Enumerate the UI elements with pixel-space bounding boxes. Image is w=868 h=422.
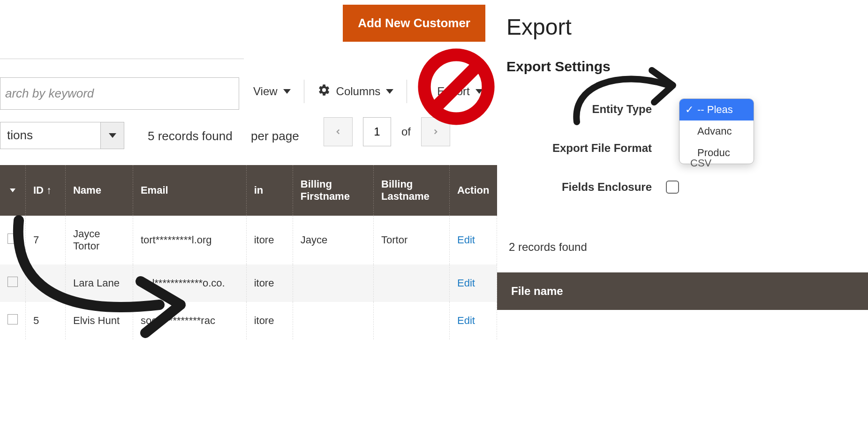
entity-type-select[interactable]: -- Pleas Advanc Produc xyxy=(679,98,754,164)
row-checkbox[interactable] xyxy=(8,314,18,324)
header-billing-lastname[interactable]: BillingLastname xyxy=(374,165,450,216)
next-page-button[interactable] xyxy=(421,117,450,146)
gear-icon xyxy=(317,83,331,99)
caret-down-icon xyxy=(476,89,483,94)
actions-label: tions xyxy=(0,122,100,149)
page-of-label: of xyxy=(401,125,411,138)
cell-name: Jayce Tortor xyxy=(65,216,133,264)
cell-bln xyxy=(374,302,450,339)
header-email[interactable]: Email xyxy=(133,165,246,216)
cell-in: itore xyxy=(246,264,293,302)
columns-label: Columns xyxy=(336,85,381,98)
view-control[interactable]: View xyxy=(253,85,291,98)
header-action: Action xyxy=(449,165,497,216)
right-records-found: 2 records found xyxy=(509,241,868,254)
columns-control[interactable]: Columns xyxy=(317,83,394,99)
cell-id: 5 xyxy=(26,302,66,339)
edit-link[interactable]: Edit xyxy=(457,315,475,326)
export-settings-heading: Export Settings xyxy=(506,59,868,75)
header-divider xyxy=(0,59,244,59)
cell-id: 6 xyxy=(26,264,66,302)
cell-bfn xyxy=(293,264,373,302)
table-row: 6 Lara Lane et.l************o.co. itore … xyxy=(0,264,497,302)
edit-link[interactable]: Edit xyxy=(457,277,475,289)
caret-down-icon xyxy=(386,89,393,94)
cell-name: Elvis Hunt xyxy=(65,302,133,339)
cell-in: itore xyxy=(246,302,293,339)
header-billing-firstname[interactable]: BillingFirstname xyxy=(293,165,373,216)
export-title: Export xyxy=(506,14,868,40)
table-row: 5 Elvis Hunt soc***********rac itore Edi… xyxy=(0,302,497,339)
fields-enclosure-checkbox[interactable] xyxy=(666,181,679,194)
cell-in: itore xyxy=(246,216,293,264)
separator xyxy=(407,80,407,103)
entity-type-label: Entity Type xyxy=(506,103,666,116)
customer-table: ID↑ Name Email in BillingFirstname Billi… xyxy=(0,165,497,339)
actions-dropdown[interactable]: tions xyxy=(0,122,124,149)
entity-option-placeholder[interactable]: -- Pleas xyxy=(679,99,754,121)
cell-bfn: Jayce xyxy=(293,216,373,264)
prev-page-button[interactable] xyxy=(324,117,353,146)
row-checkbox[interactable] xyxy=(8,234,18,244)
actions-arrow xyxy=(100,122,124,149)
table-row: 7 Jayce Tortor tort*********l.org itore … xyxy=(0,216,497,264)
search-input[interactable]: arch by keyword xyxy=(0,77,239,110)
entity-option-advanced[interactable]: Advanc xyxy=(679,121,754,142)
cell-bfn xyxy=(293,302,373,339)
records-found-label: 5 records found xyxy=(148,129,233,143)
separator xyxy=(304,80,304,103)
file-name-header: File name xyxy=(497,272,868,310)
cell-email: tort*********l.org xyxy=(133,216,246,264)
sort-up-icon: ↑ xyxy=(46,184,52,196)
caret-down-icon xyxy=(109,133,116,138)
per-page-label: per page xyxy=(251,129,299,143)
cell-email: et.l************o.co. xyxy=(133,264,246,302)
header-checkbox[interactable] xyxy=(0,165,26,216)
cell-bln: Tortor xyxy=(374,216,450,264)
view-label: View xyxy=(253,85,278,98)
export-file-format-label: Export File Format xyxy=(506,142,666,155)
upload-icon xyxy=(420,84,431,98)
row-checkbox[interactable] xyxy=(8,277,18,287)
caret-down-icon xyxy=(283,89,291,94)
header-in[interactable]: in xyxy=(246,165,293,216)
edit-link[interactable]: Edit xyxy=(457,234,475,246)
caret-down-icon xyxy=(10,188,15,192)
cell-bln xyxy=(374,264,450,302)
export-label: Export xyxy=(437,85,469,98)
cell-email: soc***********rac xyxy=(133,302,246,339)
fields-enclosure-label: Fields Enclosure xyxy=(506,181,666,194)
add-customer-button[interactable]: Add New Customer xyxy=(343,5,485,42)
page-input[interactable] xyxy=(363,117,391,146)
cell-id: 7 xyxy=(26,216,66,264)
cell-name: Lara Lane xyxy=(65,264,133,302)
export-control[interactable]: Export xyxy=(420,84,483,98)
file-format-value: CSV xyxy=(690,157,711,169)
header-id[interactable]: ID↑ xyxy=(26,165,66,216)
header-name[interactable]: Name xyxy=(65,165,133,216)
